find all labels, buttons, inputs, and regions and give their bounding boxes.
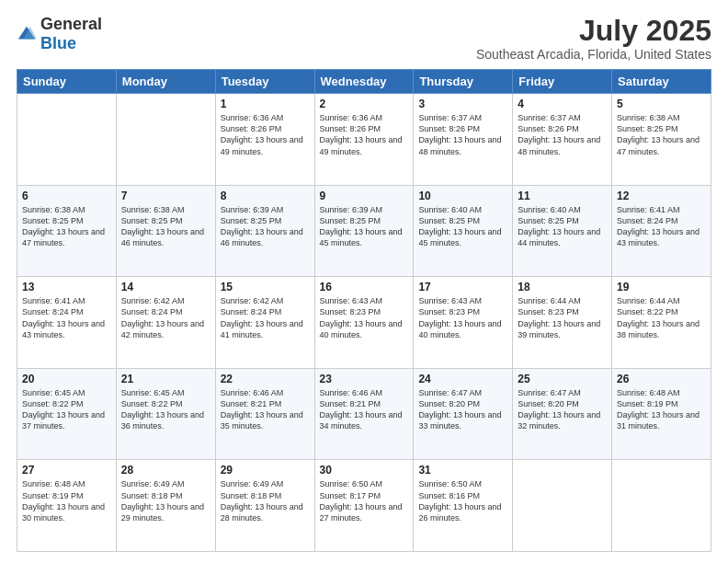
calendar-table: Sunday Monday Tuesday Wednesday Thursday… (17, 69, 711, 552)
col-saturday: Saturday (612, 70, 711, 94)
table-row: 31Sunrise: 6:50 AM Sunset: 8:16 PM Dayli… (414, 460, 513, 552)
day-number: 1 (221, 98, 310, 110)
day-number: 23 (320, 373, 409, 385)
col-tuesday: Tuesday (215, 70, 314, 94)
col-thursday: Thursday (414, 70, 513, 94)
table-row (513, 460, 612, 552)
day-info: Sunrise: 6:39 AM Sunset: 8:25 PM Dayligh… (221, 204, 310, 249)
table-row: 13Sunrise: 6:41 AM Sunset: 8:24 PM Dayli… (17, 277, 117, 369)
table-row: 5Sunrise: 6:38 AM Sunset: 8:25 PM Daylig… (612, 94, 711, 186)
day-info: Sunrise: 6:38 AM Sunset: 8:25 PM Dayligh… (22, 204, 111, 249)
table-row: 24Sunrise: 6:47 AM Sunset: 8:20 PM Dayli… (414, 368, 513, 460)
day-info: Sunrise: 6:47 AM Sunset: 8:20 PM Dayligh… (518, 387, 607, 432)
day-number: 5 (617, 98, 706, 110)
day-info: Sunrise: 6:49 AM Sunset: 8:18 PM Dayligh… (121, 478, 210, 523)
table-row: 9Sunrise: 6:39 AM Sunset: 8:25 PM Daylig… (314, 185, 414, 277)
title-block: July 2025 Southeast Arcadia, Florida, Un… (476, 15, 711, 62)
calendar-week-row: 1Sunrise: 6:36 AM Sunset: 8:26 PM Daylig… (17, 94, 711, 186)
table-row: 23Sunrise: 6:46 AM Sunset: 8:21 PM Dayli… (314, 368, 414, 460)
day-info: Sunrise: 6:41 AM Sunset: 8:24 PM Dayligh… (22, 295, 111, 340)
day-number: 28 (121, 464, 210, 477)
day-info: Sunrise: 6:49 AM Sunset: 8:18 PM Dayligh… (221, 478, 310, 523)
table-row: 22Sunrise: 6:46 AM Sunset: 8:21 PM Dayli… (215, 368, 314, 460)
day-info: Sunrise: 6:43 AM Sunset: 8:23 PM Dayligh… (320, 295, 409, 340)
day-info: Sunrise: 6:40 AM Sunset: 8:25 PM Dayligh… (418, 204, 507, 249)
table-row: 11Sunrise: 6:40 AM Sunset: 8:25 PM Dayli… (513, 185, 612, 277)
logo-blue: Blue (40, 34, 76, 52)
day-info: Sunrise: 6:50 AM Sunset: 8:16 PM Dayligh… (418, 478, 507, 523)
day-number: 25 (518, 373, 607, 385)
day-number: 20 (22, 373, 111, 385)
table-row: 20Sunrise: 6:45 AM Sunset: 8:22 PM Dayli… (17, 368, 117, 460)
day-number: 24 (418, 373, 507, 385)
day-number: 4 (518, 98, 607, 110)
table-row (17, 94, 117, 186)
day-number: 8 (221, 190, 310, 202)
day-info: Sunrise: 6:45 AM Sunset: 8:22 PM Dayligh… (121, 387, 210, 432)
table-row: 18Sunrise: 6:44 AM Sunset: 8:23 PM Dayli… (513, 277, 612, 369)
day-info: Sunrise: 6:39 AM Sunset: 8:25 PM Dayligh… (320, 204, 409, 249)
logo-icon (17, 24, 37, 44)
day-number: 16 (320, 281, 409, 293)
table-row: 10Sunrise: 6:40 AM Sunset: 8:25 PM Dayli… (414, 185, 513, 277)
day-info: Sunrise: 6:38 AM Sunset: 8:25 PM Dayligh… (121, 204, 210, 249)
table-row: 26Sunrise: 6:48 AM Sunset: 8:19 PM Dayli… (612, 368, 711, 460)
day-number: 18 (518, 281, 607, 293)
table-row: 15Sunrise: 6:42 AM Sunset: 8:24 PM Dayli… (215, 277, 314, 369)
day-number: 2 (320, 98, 409, 110)
table-row: 29Sunrise: 6:49 AM Sunset: 8:18 PM Dayli… (215, 460, 314, 552)
day-number: 6 (22, 190, 111, 202)
table-row: 8Sunrise: 6:39 AM Sunset: 8:25 PM Daylig… (215, 185, 314, 277)
day-number: 29 (221, 464, 310, 477)
location: Southeast Arcadia, Florida, United State… (476, 47, 711, 62)
table-row: 12Sunrise: 6:41 AM Sunset: 8:24 PM Dayli… (612, 185, 711, 277)
table-row: 3Sunrise: 6:37 AM Sunset: 8:26 PM Daylig… (414, 94, 513, 186)
day-number: 30 (320, 464, 409, 477)
table-row: 2Sunrise: 6:36 AM Sunset: 8:26 PM Daylig… (314, 94, 414, 186)
day-number: 12 (617, 190, 706, 202)
day-number: 21 (121, 373, 210, 385)
day-info: Sunrise: 6:48 AM Sunset: 8:19 PM Dayligh… (22, 478, 111, 523)
day-number: 3 (418, 98, 507, 110)
day-info: Sunrise: 6:50 AM Sunset: 8:17 PM Dayligh… (320, 478, 409, 523)
day-info: Sunrise: 6:42 AM Sunset: 8:24 PM Dayligh… (221, 295, 310, 340)
day-info: Sunrise: 6:43 AM Sunset: 8:23 PM Dayligh… (418, 295, 507, 340)
day-info: Sunrise: 6:45 AM Sunset: 8:22 PM Dayligh… (22, 387, 111, 432)
day-number: 17 (418, 281, 507, 293)
logo-general: General (40, 15, 102, 33)
table-row: 7Sunrise: 6:38 AM Sunset: 8:25 PM Daylig… (116, 185, 215, 277)
table-row: 27Sunrise: 6:48 AM Sunset: 8:19 PM Dayli… (17, 460, 117, 552)
day-info: Sunrise: 6:37 AM Sunset: 8:26 PM Dayligh… (518, 112, 607, 157)
table-row: 14Sunrise: 6:42 AM Sunset: 8:24 PM Dayli… (116, 277, 215, 369)
table-row: 21Sunrise: 6:45 AM Sunset: 8:22 PM Dayli… (116, 368, 215, 460)
day-number: 14 (121, 281, 210, 293)
col-monday: Monday (116, 70, 215, 94)
day-info: Sunrise: 6:47 AM Sunset: 8:20 PM Dayligh… (418, 387, 507, 432)
day-info: Sunrise: 6:46 AM Sunset: 8:21 PM Dayligh… (221, 387, 310, 432)
day-info: Sunrise: 6:46 AM Sunset: 8:21 PM Dayligh… (320, 387, 409, 432)
day-number: 26 (617, 373, 706, 385)
day-info: Sunrise: 6:38 AM Sunset: 8:25 PM Dayligh… (617, 112, 706, 157)
day-number: 9 (320, 190, 409, 202)
col-wednesday: Wednesday (314, 70, 414, 94)
day-info: Sunrise: 6:44 AM Sunset: 8:22 PM Dayligh… (617, 295, 706, 340)
logo-text: General Blue (40, 15, 102, 53)
day-number: 10 (418, 190, 507, 202)
table-row: 4Sunrise: 6:37 AM Sunset: 8:26 PM Daylig… (513, 94, 612, 186)
table-row: 28Sunrise: 6:49 AM Sunset: 8:18 PM Dayli… (116, 460, 215, 552)
day-info: Sunrise: 6:36 AM Sunset: 8:26 PM Dayligh… (221, 112, 310, 157)
col-sunday: Sunday (17, 70, 117, 94)
col-friday: Friday (513, 70, 612, 94)
calendar-week-row: 13Sunrise: 6:41 AM Sunset: 8:24 PM Dayli… (17, 277, 711, 369)
header: General Blue July 2025 Southeast Arcadia… (17, 15, 711, 62)
calendar-week-row: 27Sunrise: 6:48 AM Sunset: 8:19 PM Dayli… (17, 460, 711, 552)
day-info: Sunrise: 6:44 AM Sunset: 8:23 PM Dayligh… (518, 295, 607, 340)
calendar-header-row: Sunday Monday Tuesday Wednesday Thursday… (17, 70, 711, 94)
day-number: 11 (518, 190, 607, 202)
day-number: 27 (22, 464, 111, 477)
page: General Blue July 2025 Southeast Arcadia… (0, 0, 728, 563)
table-row (612, 460, 711, 552)
day-number: 31 (418, 464, 507, 477)
calendar-week-row: 6Sunrise: 6:38 AM Sunset: 8:25 PM Daylig… (17, 185, 711, 277)
day-info: Sunrise: 6:48 AM Sunset: 8:19 PM Dayligh… (617, 387, 706, 432)
